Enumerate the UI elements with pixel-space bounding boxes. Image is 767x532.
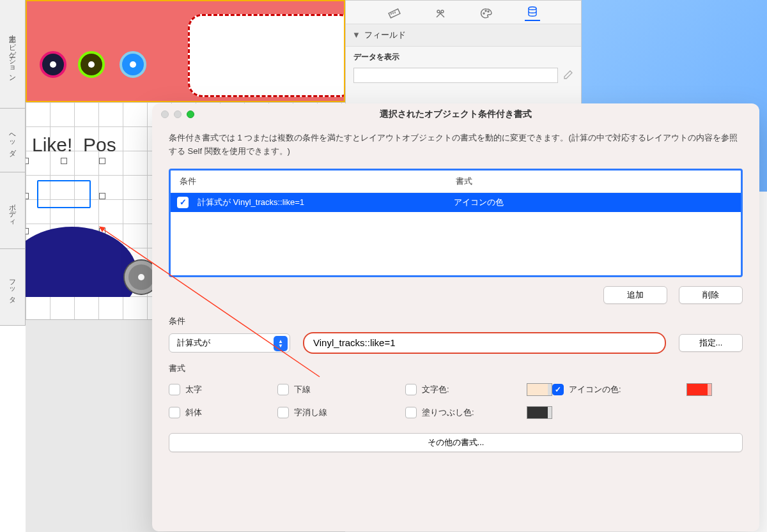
svg-point-6	[483, 13, 484, 14]
pencil-icon[interactable]	[563, 70, 573, 82]
row-format-text: アイコンの色	[454, 197, 734, 208]
resize-handle[interactable]	[61, 158, 67, 164]
layout-parts-rail: 上部ナビゲーション ヘッダ ボディ フッタ	[0, 0, 26, 326]
underline-checkbox[interactable]	[277, 384, 289, 395]
like-label: Like! Pos	[32, 134, 116, 156]
inspector-panel: ▼フィールド データを表示	[345, 0, 582, 109]
italic-checkbox[interactable]	[169, 407, 180, 418]
fill-color-swatch[interactable]	[527, 406, 552, 419]
fill-color-label: 塗りつぶし色:	[422, 407, 474, 418]
resize-handle[interactable]	[99, 193, 105, 199]
record-icon-2[interactable]	[78, 51, 105, 78]
condition-type-value: 計算式が	[177, 337, 210, 349]
condition-section-label: 条件	[169, 315, 743, 327]
bold-label: 太字	[185, 384, 202, 395]
row-enabled-checkbox[interactable]: ✓	[177, 197, 189, 208]
icon-color-label: アイコンの色:	[569, 384, 621, 395]
condition-type-select[interactable]: 計算式が ▲▼	[169, 333, 290, 353]
inspector-tabs	[346, 1, 581, 24]
rail-header[interactable]: ヘッダ	[0, 109, 25, 172]
svg-point-4	[441, 10, 444, 13]
underline-label: 下線	[294, 384, 311, 395]
inspector-field-row	[353, 68, 573, 83]
svg-point-8	[488, 11, 489, 12]
text-color-swatch[interactable]	[527, 383, 552, 396]
header-band	[26, 0, 345, 102]
database-icon[interactable]	[525, 6, 540, 21]
condition-row-1[interactable]: ✓ 計算式が Vinyl_tracks::like=1 アイコンの色	[171, 193, 741, 212]
add-button[interactable]: 追加	[603, 286, 667, 304]
delete-button[interactable]: 削除	[679, 286, 743, 304]
svg-point-5	[437, 10, 440, 13]
condition-list[interactable]: 条件 書式 ✓ 計算式が Vinyl_tracks::like=1 アイコンの色	[169, 169, 743, 277]
dialog-titlebar[interactable]: 選択されたオブジェクト条件付き書式	[152, 103, 759, 125]
svg-rect-0	[389, 9, 400, 18]
format-options-grid: 太字 下線 文字色: ✓アイコンの色: 斜体 字消し線 塗りつぶし色:	[169, 383, 743, 419]
condition-list-header: 条件 書式	[171, 171, 741, 193]
column-condition-label: 条件	[180, 176, 456, 187]
selected-object-inner	[37, 180, 91, 208]
inspector-section-field[interactable]: ▼フィールド	[346, 24, 581, 47]
dialog-description: 条件付き書式では 1 つまたは複数の条件を満たすとレイアウトオブジェクトの書式を…	[169, 132, 743, 158]
other-format-button[interactable]: その他の書式...	[169, 433, 743, 452]
record-icon-1[interactable]	[40, 51, 66, 78]
record-icon-3[interactable]	[120, 51, 146, 78]
tools-icon[interactable]	[433, 6, 448, 21]
palette-icon[interactable]	[479, 6, 494, 21]
rail-top-navigation[interactable]: 上部ナビゲーション	[0, 0, 25, 109]
selected-object[interactable]	[26, 161, 102, 231]
expression-input[interactable]	[313, 337, 656, 348]
format-section-label: 書式	[169, 363, 743, 374]
fill-color-checkbox[interactable]	[405, 407, 417, 418]
icon-color-swatch[interactable]	[686, 383, 712, 396]
strike-checkbox[interactable]	[277, 407, 289, 418]
row-condition-text: 計算式が Vinyl_tracks::like=1	[198, 197, 454, 208]
icon-color-checkbox[interactable]: ✓	[552, 384, 564, 395]
ruler-icon[interactable]	[387, 6, 402, 21]
rail-body[interactable]: ボディ	[0, 172, 25, 249]
bold-checkbox[interactable]	[169, 384, 180, 395]
inspector-show-data-label: データを表示	[346, 47, 581, 68]
specify-button[interactable]: 指定...	[679, 334, 743, 352]
svg-point-9	[529, 7, 536, 10]
dialog-title: 選択されたオブジェクト条件付き書式	[152, 109, 759, 120]
select-arrows-icon: ▲▼	[274, 336, 288, 351]
text-color-label: 文字色:	[422, 384, 449, 395]
text-color-checkbox[interactable]	[405, 384, 417, 395]
conditional-format-dialog: 選択されたオブジェクト条件付き書式 条件付き書式では 1 つまたは複数の条件を満…	[152, 103, 759, 531]
inspector-data-input[interactable]	[353, 68, 558, 83]
italic-label: 斜体	[185, 407, 202, 418]
rail-footer[interactable]: フッタ	[0, 249, 25, 326]
disclosure-triangle-icon: ▼	[352, 30, 360, 40]
strike-label: 字消し線	[294, 407, 327, 418]
dashed-placeholder[interactable]	[188, 14, 345, 97]
column-format-label: 書式	[456, 176, 732, 187]
svg-point-7	[485, 10, 486, 11]
resize-handle[interactable]	[99, 158, 105, 164]
expression-input-wrapper	[303, 332, 666, 354]
